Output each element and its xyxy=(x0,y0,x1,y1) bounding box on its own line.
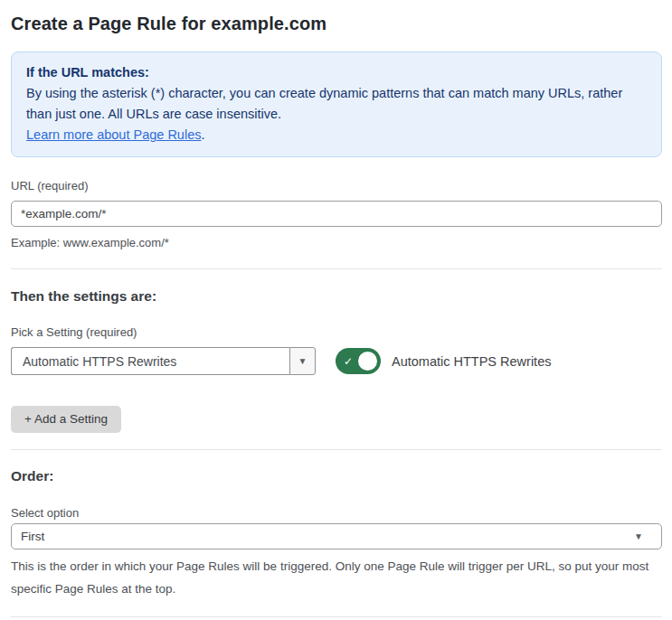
url-helper-text: Example: www.example.com/* xyxy=(11,233,662,252)
order-section-heading: Order: xyxy=(11,468,662,484)
chevron-down-icon: ▼ xyxy=(634,532,643,541)
section-divider xyxy=(11,449,662,450)
order-helper-text: This is the order in which your Page Rul… xyxy=(11,555,653,600)
setting-combobox: Automatic HTTPS Rewrites ▼ xyxy=(11,347,316,375)
learn-more-link[interactable]: Learn more about Page Rules xyxy=(26,127,201,142)
url-input[interactable] xyxy=(11,201,662,227)
info-link-line: Learn more about Page Rules. xyxy=(26,125,647,146)
order-select[interactable]: First ▼ xyxy=(11,523,662,550)
info-heading: If the URL matches: xyxy=(26,62,647,83)
setting-toggle[interactable]: ✓ xyxy=(336,348,381,374)
section-divider xyxy=(11,268,662,269)
setting-row: Automatic HTTPS Rewrites ▼ ✓ Automatic H… xyxy=(11,347,662,375)
order-select-value: First xyxy=(21,530,44,543)
url-match-info-callout: If the URL matches: By using the asteris… xyxy=(11,52,662,157)
setting-combobox-button[interactable]: ▼ xyxy=(289,347,316,375)
setting-combobox-value[interactable]: Automatic HTTPS Rewrites xyxy=(11,347,289,375)
footer-divider xyxy=(11,616,662,617)
create-page-rule-panel: Create a Page Rule for example.com If th… xyxy=(0,0,672,620)
toggle-knob xyxy=(356,350,379,372)
order-select-label: Select option xyxy=(11,506,662,520)
info-body-text: By using the asterisk (*) character, you… xyxy=(26,83,647,125)
setting-toggle-label: Automatic HTTPS Rewrites xyxy=(392,354,551,369)
chevron-down-icon: ▼ xyxy=(298,357,308,366)
check-icon: ✓ xyxy=(344,355,353,368)
settings-section-heading: Then the settings are: xyxy=(11,288,662,305)
page-title: Create a Page Rule for example.com xyxy=(11,14,662,34)
info-link-suffix: . xyxy=(201,127,204,142)
url-field-label: URL (required) xyxy=(11,179,662,193)
pick-setting-label: Pick a Setting (required) xyxy=(11,325,662,339)
add-setting-button[interactable]: + Add a Setting xyxy=(11,406,121,433)
